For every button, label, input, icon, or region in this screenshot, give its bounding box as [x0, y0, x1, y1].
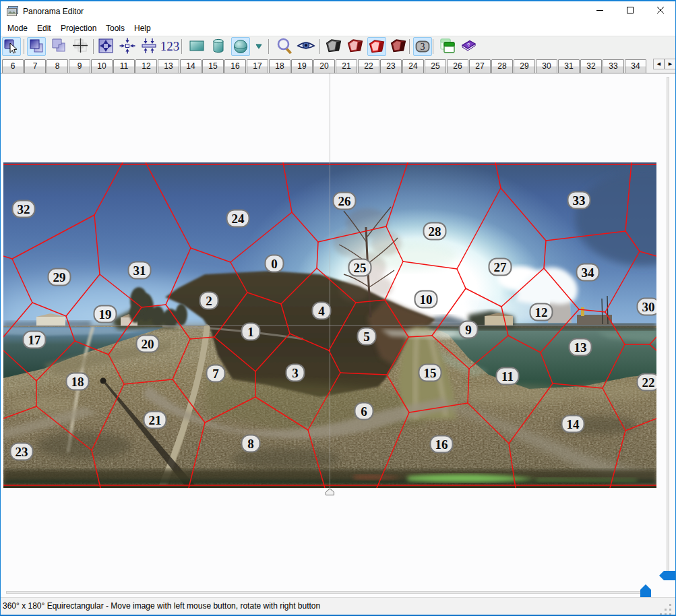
svg-text:4: 4 [318, 304, 325, 318]
svg-text:6: 6 [361, 404, 367, 419]
svg-text:16: 16 [435, 437, 448, 452]
svg-text:1: 1 [247, 325, 254, 339]
svg-text:15: 15 [424, 366, 437, 380]
svg-text:5: 5 [363, 330, 370, 344]
svg-text:0: 0 [271, 257, 278, 271]
svg-text:33: 33 [573, 193, 586, 208]
svg-text:19: 19 [99, 307, 112, 321]
svg-text:17: 17 [28, 333, 42, 347]
svg-text:2: 2 [206, 294, 212, 308]
svg-text:25: 25 [354, 261, 367, 275]
svg-text:24: 24 [232, 212, 245, 226]
svg-text:20: 20 [142, 337, 154, 351]
svg-text:12: 12 [535, 305, 548, 319]
svg-text:3: 3 [292, 366, 299, 380]
svg-text:14: 14 [567, 417, 580, 431]
svg-text:10: 10 [420, 292, 433, 307]
svg-text:13: 13 [574, 340, 587, 355]
svg-text:26: 26 [338, 194, 351, 208]
svg-text:9: 9 [465, 323, 472, 337]
svg-text:29: 29 [53, 270, 66, 284]
svg-text:34: 34 [582, 266, 595, 280]
svg-text:28: 28 [429, 224, 441, 239]
svg-text:23: 23 [16, 445, 28, 459]
svg-text:11: 11 [501, 369, 514, 383]
svg-text:7: 7 [212, 367, 219, 381]
svg-text:8: 8 [247, 437, 254, 451]
svg-text:31: 31 [133, 264, 146, 278]
svg-text:32: 32 [18, 202, 30, 216]
svg-text:27: 27 [494, 260, 508, 274]
svg-text:3: 3 [421, 42, 425, 52]
svg-text:22: 22 [642, 375, 655, 390]
svg-text:30: 30 [642, 300, 655, 314]
svg-text:18: 18 [71, 375, 84, 389]
svg-text:21: 21 [149, 413, 162, 427]
